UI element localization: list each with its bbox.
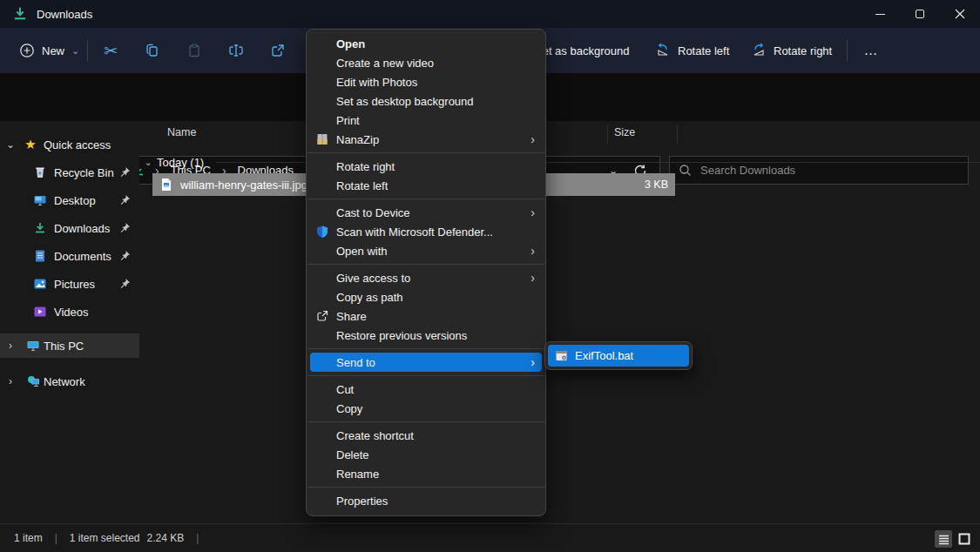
pin-icon bbox=[119, 250, 131, 261]
status-divider: | bbox=[196, 532, 199, 544]
menu-item-properties[interactable]: Properties bbox=[310, 491, 542, 510]
menu-item-give-access-to[interactable]: Give access to › bbox=[310, 268, 542, 287]
group-label: Today (1) bbox=[157, 156, 216, 169]
selection-count: 1 item selected bbox=[70, 532, 140, 544]
window-title: Downloads bbox=[37, 8, 92, 21]
videos-label: Videos bbox=[54, 306, 89, 319]
pin-icon bbox=[119, 222, 131, 233]
menu-item-create-shortcut[interactable]: Create shortcut bbox=[310, 426, 542, 445]
paste-button[interactable] bbox=[177, 35, 212, 66]
copy-button[interactable] bbox=[135, 35, 170, 66]
column-header-size[interactable]: Size bbox=[614, 126, 635, 138]
share-icon bbox=[270, 43, 286, 58]
share-menu-icon bbox=[315, 309, 329, 323]
sidebar-item-pictures[interactable]: Pictures bbox=[0, 272, 139, 296]
submenu-chevron-icon: › bbox=[531, 133, 535, 145]
menu-item-delete[interactable]: Delete bbox=[310, 445, 542, 464]
menu-item-create-new-video[interactable]: Create a new video bbox=[310, 53, 542, 72]
sidebar-item-recycle-bin[interactable]: Recycle Bin bbox=[0, 160, 139, 185]
recycle-bin-label: Recycle Bin bbox=[54, 166, 114, 179]
menu-item-cast-to-device[interactable]: Cast to Device › bbox=[310, 203, 542, 222]
sidebar-item-this-pc[interactable]: › This PC bbox=[0, 333, 139, 358]
this-pc-label: This PC bbox=[44, 340, 84, 353]
documents-icon bbox=[33, 249, 47, 263]
recycle-bin-icon bbox=[33, 165, 47, 179]
menu-item-rotate-left[interactable]: Rotate left bbox=[310, 176, 542, 195]
menu-item-open[interactable]: Open bbox=[310, 34, 542, 53]
submenu-item-exiftool[interactable]: ExifTool.bat bbox=[548, 345, 689, 367]
menu-item-copy-as-path[interactable]: Copy as path bbox=[310, 287, 542, 306]
pin-icon bbox=[119, 166, 131, 178]
file-size: 3 KB bbox=[645, 178, 668, 191]
group-header-today[interactable]: ⌄ Today (1) bbox=[139, 152, 980, 172]
menu-item-rename[interactable]: Rename bbox=[310, 464, 542, 483]
videos-icon bbox=[33, 305, 47, 319]
column-header-name[interactable]: Name bbox=[167, 126, 196, 138]
sidebar-item-downloads[interactable]: Downloads bbox=[0, 216, 139, 240]
share-button[interactable] bbox=[260, 35, 295, 66]
rotate-left-button[interactable]: Rotate left bbox=[655, 37, 729, 64]
sidebar-item-videos[interactable]: Videos bbox=[0, 300, 139, 324]
menu-item-restore-previous-versions[interactable]: Restore previous versions bbox=[310, 326, 542, 345]
menu-item-set-as-desktop-background[interactable]: Set as desktop background bbox=[310, 91, 542, 111]
details-view-icon bbox=[938, 534, 950, 545]
menu-item-copy[interactable]: Copy bbox=[310, 399, 542, 418]
large-icons-view-button[interactable] bbox=[956, 530, 973, 548]
rotate-right-label: Rotate right bbox=[774, 44, 832, 57]
menu-item-edit-with-photos[interactable]: Edit with Photos bbox=[310, 72, 542, 91]
menu-separator bbox=[308, 199, 544, 199]
toolbar-separator bbox=[87, 40, 88, 61]
rename-button[interactable] bbox=[219, 35, 253, 66]
documents-label: Documents bbox=[54, 250, 112, 263]
menu-separator bbox=[308, 348, 544, 349]
maximize-button[interactable] bbox=[900, 0, 940, 28]
minimize-button[interactable] bbox=[860, 0, 900, 28]
menu-item-open-with[interactable]: Open with › bbox=[310, 241, 542, 260]
sidebar-item-network[interactable]: › Network bbox=[0, 369, 139, 394]
sidebar-item-documents[interactable]: Documents bbox=[0, 244, 139, 268]
status-bar: 1 item | 1 item selected 2.24 KB | bbox=[0, 523, 980, 552]
pin-icon bbox=[119, 194, 131, 205]
menu-item-rotate-right[interactable]: Rotate right bbox=[310, 157, 542, 176]
new-button[interactable]: New ⌄ bbox=[14, 37, 84, 64]
minimize-icon bbox=[875, 14, 885, 15]
menu-item-share[interactable]: Share bbox=[310, 306, 542, 326]
chevron-down-icon[interactable]: ⌄ bbox=[0, 138, 21, 151]
menu-separator bbox=[308, 421, 544, 422]
details-view-button[interactable] bbox=[935, 530, 952, 548]
file-name: william-henry-gates-iii.jpg bbox=[180, 178, 308, 192]
menu-separator bbox=[308, 264, 544, 265]
menu-item-send-to[interactable]: Send to › bbox=[310, 353, 542, 372]
send-to-submenu: ExifTool.bat bbox=[544, 341, 693, 370]
chevron-right-icon[interactable]: › bbox=[0, 340, 21, 352]
menu-item-print[interactable]: Print bbox=[310, 111, 542, 130]
menu-item-cut[interactable]: Cut bbox=[310, 380, 542, 399]
status-divider: | bbox=[55, 532, 57, 544]
toolbar-separator bbox=[847, 40, 848, 61]
maximize-icon bbox=[916, 10, 924, 18]
sidebar-item-desktop[interactable]: Desktop bbox=[0, 188, 139, 212]
star-icon: ★ bbox=[21, 137, 40, 152]
submenu-chevron-icon: › bbox=[531, 356, 535, 368]
downloads-folder-icon bbox=[12, 6, 28, 22]
downloads-icon bbox=[33, 221, 47, 235]
chevron-right-icon[interactable]: › bbox=[0, 375, 21, 387]
quick-access-label: Quick access bbox=[44, 138, 111, 151]
chevron-down-icon: ⌄ bbox=[71, 46, 79, 56]
chevron-down-icon[interactable]: ⌄ bbox=[139, 157, 157, 168]
sidebar-item-quick-access[interactable]: ⌄ ★ Quick access bbox=[0, 132, 139, 157]
rotate-right-icon bbox=[751, 43, 767, 58]
column-divider[interactable] bbox=[677, 125, 678, 144]
rotate-right-button[interactable]: Rotate right bbox=[751, 37, 832, 64]
context-menu: Open Create a new video Edit with Photos… bbox=[306, 29, 546, 516]
see-more-button[interactable]: … bbox=[854, 35, 889, 66]
menu-item-scan-with-defender[interactable]: Scan with Microsoft Defender... bbox=[310, 222, 542, 241]
nanazip-icon bbox=[315, 132, 329, 146]
rotate-left-icon bbox=[655, 43, 671, 58]
close-button[interactable] bbox=[940, 0, 980, 28]
menu-item-nanazip[interactable]: NanaZip › bbox=[310, 130, 542, 149]
cut-button[interactable]: ✂ bbox=[93, 35, 128, 66]
column-divider[interactable] bbox=[607, 125, 608, 144]
this-pc-icon bbox=[26, 339, 40, 353]
item-count: 1 item bbox=[14, 532, 43, 544]
